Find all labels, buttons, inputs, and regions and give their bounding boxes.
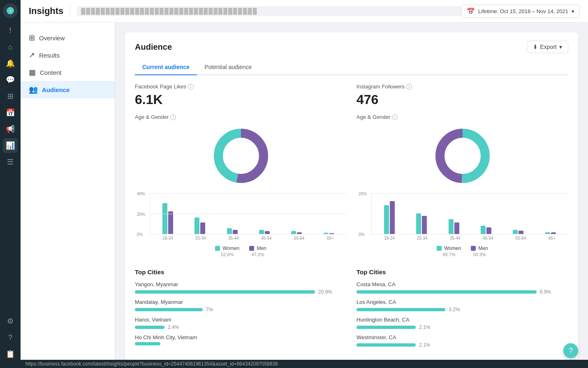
- fb-women-color-dot: [215, 246, 220, 251]
- fb-bar-men-25-34: [200, 222, 205, 234]
- fb-top-cities: Top Cities Yangon, Myanmar 20.9% Mandala…: [135, 268, 347, 345]
- content-area: Audience ⬇ Export ▾ Current audience Pot…: [115, 23, 588, 368]
- overview-icon: ⊞: [29, 33, 35, 42]
- fb-donut-chart: [135, 125, 347, 187]
- ig-legend-women-pct: 49.7%: [442, 252, 455, 257]
- ig-info-icon[interactable]: i: [406, 84, 412, 90]
- fb-bar-18-24: [162, 203, 173, 234]
- results-icon: ↗: [29, 51, 35, 60]
- ig-legend-men: Men 50.3%: [471, 245, 488, 257]
- ig-bar-men-18-24: [390, 201, 395, 234]
- export-button[interactable]: ⬇ Export ▾: [527, 41, 568, 53]
- audience-title: Audience: [135, 42, 172, 52]
- export-chevron-icon: ▾: [559, 44, 562, 50]
- fb-legend-women: Women 52.8%: [215, 245, 239, 257]
- sidebar: ⊞ Overview ↗ Results ▦ Content 👥 Audienc…: [21, 23, 115, 368]
- ig-legend-men-label: Men: [478, 245, 488, 251]
- sidebar-item-audience[interactable]: 👥 Audience: [21, 81, 115, 98]
- ig-bar-men-45-54: [486, 227, 491, 234]
- calendar-button[interactable]: 📅: [3, 105, 18, 120]
- status-bar: https://business.facebook.com/latest/ins…: [21, 360, 588, 368]
- fb-city-hanoi: Hanoi, Vietnam 2.4%: [135, 317, 347, 330]
- fb-metric-label: Facebook Page Likes i: [135, 83, 347, 90]
- fb-legend-women-label: Women: [222, 245, 239, 251]
- logo-button[interactable]: ›: [3, 3, 18, 18]
- fb-age-info-icon[interactable]: i: [170, 114, 176, 120]
- fb-x-label-25-34: 25-34: [195, 236, 206, 241]
- sidebar-item-overview[interactable]: ⊞ Overview: [21, 29, 115, 46]
- fb-legend: Women 52.8% Men 47.2%: [135, 245, 347, 257]
- date-range-label: Lifetime: Oct 15, 2018 – Nov 14, 2021: [478, 8, 568, 14]
- ig-x-label-35-44: 35-44: [450, 236, 461, 241]
- fb-metric-value: 6.1K: [135, 92, 347, 107]
- fb-bar-women-55-64: [291, 231, 296, 234]
- ig-metric-value: 476: [357, 92, 568, 107]
- settings-button[interactable]: ⚙: [3, 314, 18, 329]
- sidebar-item-content[interactable]: ▦ Content: [21, 64, 115, 81]
- ig-city-costamesa: Costa Mesa, CA 6.9%: [357, 281, 568, 295]
- fb-x-label-45-54: 45-54: [261, 236, 272, 241]
- tab-potential-audience[interactable]: Potential audience: [197, 60, 259, 75]
- main-layout: Insights ███████████████████████████████…: [21, 0, 588, 368]
- header-divider: [70, 6, 70, 16]
- menu-button[interactable]: ☰: [3, 155, 18, 169]
- svg-point-4: [225, 139, 257, 172]
- ig-city-westminster: Westminster, CA 2.1%: [357, 334, 568, 348]
- sidebar-item-results[interactable]: ↗ Results: [21, 46, 115, 64]
- ig-women-color-dot: [437, 246, 442, 251]
- pages-button[interactable]: ⊞: [3, 89, 18, 104]
- fb-info-icon[interactable]: i: [188, 84, 194, 90]
- ig-bar-men-35-44: [454, 222, 459, 234]
- ig-cities-title: Top Cities: [357, 268, 568, 275]
- ig-city-la: Los Angeles, CA 3.2%: [357, 299, 568, 312]
- export-label: Export: [540, 44, 557, 50]
- ads-button[interactable]: 📢: [3, 122, 18, 137]
- fb-bar-women-45-54: [259, 230, 264, 234]
- ig-metric-label: Instagram Followers i: [357, 83, 568, 90]
- ig-x-label-18-24: 18-24: [384, 236, 395, 241]
- fb-legend-women-pct: 52.8%: [221, 252, 234, 257]
- ig-top-cities: Top Cities Costa Mesa, CA 6.9% Los Angel…: [357, 268, 568, 348]
- ig-legend-women-label: Women: [444, 245, 461, 251]
- ig-legend-women: Women 49.7%: [437, 245, 461, 257]
- ig-age-gender-label: Age & Gender i: [357, 114, 568, 120]
- alert-icon-button[interactable]: !: [3, 23, 18, 38]
- ig-city-bar-westminster: [357, 343, 416, 347]
- home-button[interactable]: ⌂: [3, 39, 18, 54]
- ig-x-label-55-64: 55-64: [516, 236, 526, 241]
- help-floating-button[interactable]: ?: [563, 343, 578, 358]
- sidebar-item-audience-label: Audience: [42, 86, 70, 93]
- status-url: https://business.facebook.com/latest/ins…: [25, 361, 278, 367]
- ig-bar-55-64: [513, 230, 523, 234]
- ig-men-color-dot: [471, 246, 476, 251]
- sidebar-item-results-label: Results: [39, 52, 60, 59]
- download-icon: ⬇: [533, 44, 538, 50]
- fb-bar-25-34: [194, 218, 205, 234]
- ig-legend: Women 49.7% Men 50.3%: [357, 245, 568, 257]
- ig-bar-women-18-24: [384, 205, 389, 234]
- fb-men-color-dot: [249, 246, 254, 251]
- chat-button[interactable]: 💬: [3, 72, 18, 87]
- fb-bar-men-35-44: [233, 230, 238, 234]
- fb-bar-35-44: [227, 228, 238, 234]
- facebook-column: Facebook Page Likes i 6.1K Age & Gender …: [135, 83, 347, 352]
- ig-city-bar-costamesa: [357, 290, 537, 294]
- fb-x-label-65plus: 65+: [327, 236, 334, 241]
- ig-bar-women-55-64: [513, 230, 518, 234]
- audience-icon: 👥: [29, 85, 38, 94]
- tab-current-audience[interactable]: Current audience: [135, 60, 197, 75]
- insights-button[interactable]: 📊: [3, 138, 18, 153]
- icon-bar: › ! ⌂ 🔔 💬 ⊞ 📅 📢 📊 ☰ ⚙ ? 📋: [0, 0, 21, 368]
- fb-cities-title: Top Cities: [135, 268, 347, 275]
- fb-bar-women-18-24: [162, 203, 167, 234]
- notifications-button[interactable]: 🔔: [3, 56, 18, 71]
- help-button[interactable]: ?: [3, 330, 18, 345]
- content-icon: ▦: [29, 68, 36, 77]
- fb-age-gender-label: Age & Gender i: [135, 114, 347, 120]
- date-range-picker[interactable]: 📅 Lifetime: Oct 15, 2018 – Nov 14, 2021 …: [461, 5, 580, 18]
- fb-legend-men-label: Men: [257, 245, 266, 251]
- info-sidebar-button[interactable]: 📋: [3, 347, 18, 361]
- ig-donut-chart: [357, 125, 568, 187]
- ig-age-info-icon[interactable]: i: [392, 114, 398, 120]
- fb-legend-men: Men 47.2%: [249, 245, 266, 257]
